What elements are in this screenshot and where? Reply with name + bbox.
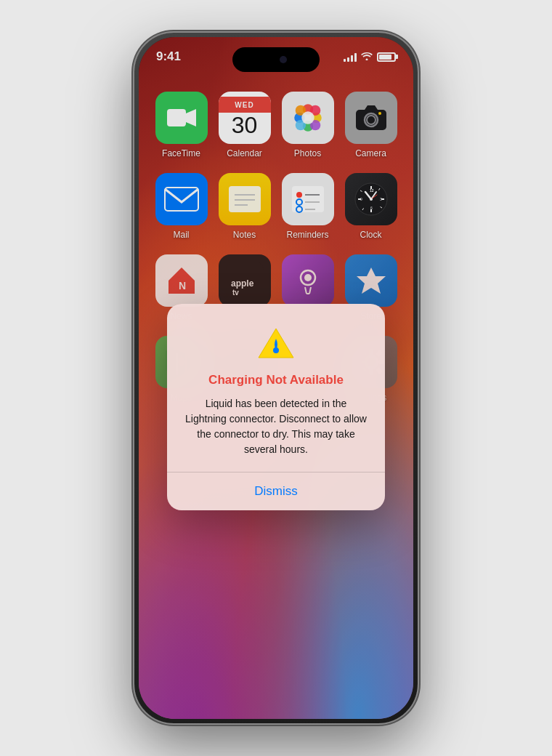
alert-title: Charging Not Available xyxy=(208,372,344,388)
alert-backdrop: Charging Not Available Liquid has been d… xyxy=(139,37,413,719)
svg-point-70 xyxy=(273,347,279,353)
alert-message: Liquid has been detected in the Lightnin… xyxy=(184,396,368,457)
phone-screen: 9:41 xyxy=(139,37,413,719)
dismiss-button[interactable]: Dismiss xyxy=(167,472,385,510)
warning-icon xyxy=(257,324,295,362)
alert-content: Charging Not Available Liquid has been d… xyxy=(167,304,385,471)
alert-dialog: Charging Not Available Liquid has been d… xyxy=(167,304,385,510)
phone-device: 9:41 xyxy=(134,33,418,723)
